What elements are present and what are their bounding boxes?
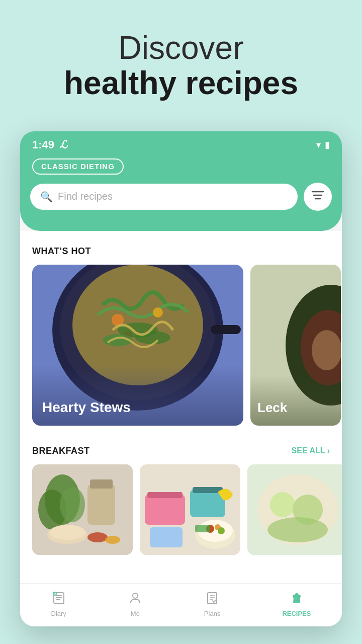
svg-rect-12 [211,325,241,334]
svg-rect-37 [195,525,210,532]
svg-point-40 [270,492,295,517]
hot-card-hearty-stews[interactable]: Hearty Stews [32,265,243,426]
svg-point-53 [298,595,301,598]
svg-point-42 [267,517,328,542]
phone-mockup: 1:49 ℒ ▾ ▮ CLASSIC DIETING 🔍 Find recipe… [20,131,342,626]
nav-item-me[interactable]: Me [128,591,142,617]
recipes-nav-label: RECIPES [282,610,311,617]
svg-point-25 [105,536,120,544]
svg-point-36 [218,527,225,534]
diary-icon [52,591,66,608]
search-icon: 🔍 [40,191,53,203]
recipes-icon [290,591,304,608]
hero-section: Discover healthy recipes [0,0,362,121]
hero-discover-text: Discover [20,30,342,65]
breakfast-cards-scroll[interactable] [20,464,342,565]
search-bar[interactable]: 🔍 Find recipes [30,184,298,210]
breakfast-card-1[interactable] [32,464,133,555]
breakfast-header: BREAKFAST SEE ALL › [20,436,342,464]
breakfast-title: BREAKFAST [32,446,90,456]
search-row: 🔍 Find recipes [30,183,332,211]
search-placeholder-text: Find recipes [58,191,113,202]
hot-card-2-label: Leck [257,400,287,416]
filter-button[interactable] [304,183,332,211]
svg-point-44 [53,592,57,596]
diary-nav-label: Diary [51,610,66,617]
svg-point-52 [293,595,296,598]
svg-rect-50 [293,601,300,603]
svg-rect-28 [147,492,183,498]
bottom-nav: Diary Me Plans [20,583,342,626]
svg-rect-27 [145,495,185,525]
app-header: 1:49 ℒ ▾ ▮ CLASSIC DIETING 🔍 Find recipe… [20,131,342,231]
svg-rect-31 [150,527,183,547]
svg-rect-17 [87,485,115,525]
diet-badge[interactable]: CLASSIC DIETING [32,158,124,175]
hot-card-1-label: Hearty Stews [42,399,131,416]
svg-rect-46 [208,593,217,604]
status-time: 1:49 [32,138,54,151]
plans-icon [205,591,219,608]
me-nav-label: Me [131,610,140,617]
svg-point-23 [49,525,85,540]
diet-badge-label: CLASSIC DIETING [41,162,115,171]
hero-subtitle-text: healthy recipes [20,65,342,101]
hot-card-leck[interactable]: Leck [250,265,341,426]
svg-point-11 [135,331,170,344]
breakfast-card-3[interactable] [247,464,342,555]
breakfast-card-2[interactable] [140,464,240,555]
svg-rect-18 [90,479,113,489]
nav-item-diary[interactable]: Diary [51,591,66,617]
svg-point-15 [312,330,341,370]
filter-icon [311,190,324,204]
svg-point-45 [133,593,138,598]
svg-point-7 [153,307,163,317]
svg-point-24 [87,532,108,542]
lifesum-logo-icon: ℒ [59,138,67,151]
plans-nav-label: Plans [204,610,221,617]
me-icon [128,591,142,608]
whats-hot-scroll[interactable]: Hearty Stews Leck [20,265,342,436]
breakfast-see-all[interactable]: SEE ALL › [292,446,330,455]
nav-item-recipes[interactable]: RECIPES [282,591,311,617]
status-icons: ▾ ▮ [316,139,330,150]
svg-point-21 [60,487,85,522]
wifi-icon: ▾ [316,139,321,150]
whats-hot-title: WHAT'S HOT [32,246,91,257]
app-content: WHAT'S HOT [20,231,342,583]
whats-hot-header: WHAT'S HOT [20,236,342,265]
battery-icon: ▮ [325,139,330,150]
nav-item-plans[interactable]: Plans [204,591,221,617]
status-bar: 1:49 ℒ ▾ ▮ [20,131,342,156]
